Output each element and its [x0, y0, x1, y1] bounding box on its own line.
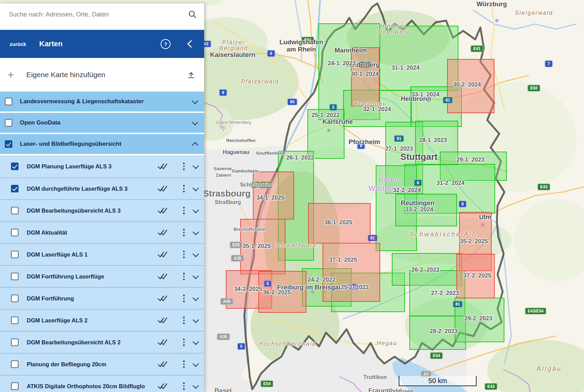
flight-block-label: 33-2_2024: [405, 206, 433, 213]
layer-label: DGM Fortführung Laserflüge: [27, 273, 154, 280]
layer-label: DGM Aktualität: [27, 229, 154, 236]
double-check-icon[interactable]: [157, 185, 167, 192]
flight-block-label: 29-2_2023: [464, 315, 492, 322]
double-check-icon[interactable]: [157, 360, 167, 368]
flight-block-label: 24-2_2022: [307, 276, 335, 283]
layer-row-4[interactable]: DGM Aktualität: [0, 221, 204, 243]
category-checkbox[interactable]: [5, 98, 12, 105]
flight-block-label: 34-1_2025: [256, 194, 284, 201]
layer-row-11[interactable]: ATKIS Digitale Orthophotos 20cm Bildflug…: [0, 375, 204, 392]
chevron-icon[interactable]: [192, 98, 198, 104]
layer-checkbox[interactable]: [11, 229, 19, 236]
chevron-icon[interactable]: [192, 295, 199, 301]
layer-checkbox[interactable]: [11, 207, 19, 214]
kebab-menu-icon[interactable]: [183, 229, 185, 236]
category-checkbox[interactable]: [5, 119, 12, 127]
category-row-1[interactable]: Landesvermessung & Liegenschaftskataster: [0, 92, 204, 111]
double-check-icon[interactable]: [157, 273, 167, 280]
add-map-row[interactable]: + Eigene Karte hinzufügen: [0, 58, 204, 92]
layer-row-7[interactable]: DGM Fortführung: [0, 287, 204, 309]
upload-icon[interactable]: [187, 71, 195, 79]
flight-block-label: 34-2_2025: [234, 286, 262, 293]
kebab-menu-icon[interactable]: [183, 295, 185, 302]
flight-block-label: 26-2_2022: [411, 266, 439, 273]
double-check-icon[interactable]: [157, 251, 167, 258]
kebab-menu-icon[interactable]: [183, 163, 185, 170]
flight-block-label: 25-1_2022: [312, 112, 339, 119]
layer-row-5[interactable]: DGM Laserflüge ALS 1: [0, 243, 204, 265]
kebab-menu-icon[interactable]: [183, 338, 185, 346]
chevron-icon[interactable]: [192, 317, 199, 323]
flight-block-label: 31-2_2024: [436, 180, 464, 187]
back-button[interactable]: zurück: [10, 41, 26, 47]
layer-checkbox[interactable]: [11, 295, 19, 302]
panel-header: zurück Karten ?: [0, 30, 204, 58]
kebab-menu-icon[interactable]: [183, 360, 185, 368]
category-row-3[interactable]: Laser- und Bildbefliegungsübersicht: [0, 134, 204, 154]
double-check-icon[interactable]: [157, 229, 167, 236]
flight-block-label: 24-1_2022: [328, 60, 355, 67]
kebab-menu-icon[interactable]: [183, 207, 185, 214]
layer-checkbox[interactable]: [11, 185, 19, 192]
help-icon[interactable]: ?: [161, 39, 171, 49]
layer-row-1[interactable]: DGM Planung Laserflüge ALS 3: [0, 155, 204, 177]
layer-checkbox[interactable]: [11, 382, 19, 390]
scale-bar: 50 km: [399, 376, 477, 386]
double-check-icon[interactable]: [157, 382, 167, 390]
chevron-icon[interactable]: [192, 185, 199, 191]
plus-icon[interactable]: +: [8, 69, 14, 80]
layer-checkbox[interactable]: [11, 251, 19, 258]
chevron-icon[interactable]: [192, 163, 199, 169]
chevron-icon[interactable]: [192, 142, 198, 148]
chevron-icon[interactable]: [192, 119, 198, 125]
layer-row-3[interactable]: DGM Bearbeitungsübersicht ALS 3: [0, 199, 204, 221]
chevron-icon[interactable]: [192, 273, 199, 279]
flight-block-label: 32-1_2024: [363, 106, 391, 113]
double-check-icon[interactable]: [157, 338, 167, 346]
category-label: Landesvermessung & Liegenschaftskataster: [20, 98, 193, 105]
layer-row-9[interactable]: DGM Bearbeitungsübersicht ALS 2: [0, 331, 204, 353]
layer-label: DGM Bearbeitungsübersicht ALS 2: [27, 339, 154, 346]
chevron-icon[interactable]: [192, 338, 199, 345]
kebab-menu-icon[interactable]: [183, 251, 185, 258]
geoportal-app: E31E41E50E43E35/E52E25A35A35A35A7E54E54E…: [0, 0, 584, 392]
layer-label: DGM durchgeführte Laserflüge ALS 3: [27, 186, 154, 192]
chevron-icon[interactable]: [192, 360, 199, 367]
flight-block-label: 32-2_2024: [393, 187, 421, 194]
category-checkbox[interactable]: [5, 140, 12, 148]
layer-list: Landesvermessung & Liegenschaftskataster…: [0, 92, 204, 392]
double-check-icon[interactable]: [157, 295, 167, 302]
kebab-menu-icon[interactable]: [183, 273, 185, 280]
flight-block-label: 27-1_2023: [385, 145, 413, 152]
flight-block-label: 28-1_2023: [419, 137, 447, 144]
layer-checkbox[interactable]: [11, 273, 19, 280]
kebab-menu-icon[interactable]: [183, 382, 185, 390]
double-check-icon[interactable]: [157, 207, 167, 214]
layer-checkbox[interactable]: [11, 360, 19, 368]
layer-row-8[interactable]: DGM Laserflüge ALS 2: [0, 309, 204, 331]
kebab-menu-icon[interactable]: [183, 185, 185, 192]
layer-row-2[interactable]: DGM durchgeführte Laserflüge ALS 3: [0, 177, 204, 199]
layer-label: DGM Bearbeitungsübersicht ALS 3: [27, 207, 154, 214]
kebab-menu-icon[interactable]: [183, 317, 185, 324]
search-input[interactable]: [8, 10, 188, 19]
category-row-2[interactable]: Open GeoData: [0, 113, 204, 133]
layer-checkbox[interactable]: [11, 163, 19, 170]
layer-row-10[interactable]: Planung der Befliegung 20cm: [0, 353, 204, 375]
layer-label: DGM Planung Laserflüge ALS 3: [27, 163, 154, 170]
chevron-icon[interactable]: [192, 229, 199, 235]
layer-checkbox[interactable]: [11, 317, 19, 324]
chevron-icon[interactable]: [192, 382, 199, 389]
panel-title: Karten: [39, 40, 62, 48]
add-map-label: Eigene Karte hinzufügen: [26, 71, 187, 79]
flight-block-label: 37-2_2025: [463, 272, 491, 279]
flight-block-label: 27-2_2023: [431, 290, 459, 297]
chevron-icon[interactable]: [192, 251, 199, 257]
search-icon[interactable]: [188, 10, 197, 19]
layer-row-6[interactable]: DGM Fortführung Laserflüge: [0, 265, 204, 287]
chevron-icon[interactable]: [192, 207, 199, 213]
layer-checkbox[interactable]: [11, 338, 19, 346]
double-check-icon[interactable]: [157, 317, 167, 324]
double-check-icon[interactable]: [157, 163, 167, 170]
collapse-panel-icon[interactable]: [187, 40, 195, 48]
